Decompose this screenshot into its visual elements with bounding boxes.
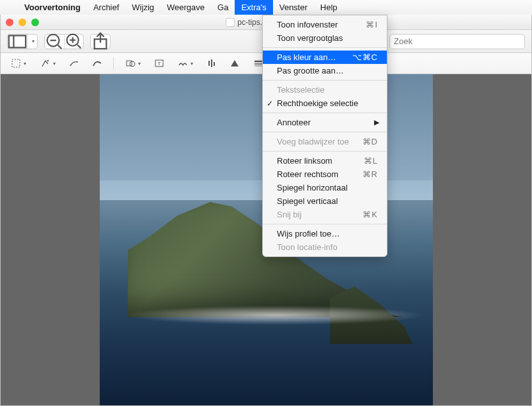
menu-item: Voeg bladwijzer toe⌘D — [263, 135, 387, 148]
close-icon[interactable] — [6, 19, 13, 26]
minimize-icon[interactable] — [19, 19, 26, 26]
menu-ga[interactable]: Ga — [211, 0, 235, 15]
menu-shortcut: ⌥⌘C — [352, 52, 378, 62]
menu-item-label: Tekstselectie — [277, 85, 324, 95]
svg-rect-17 — [208, 61, 210, 66]
menu-item: Toon locatie-info — [263, 240, 387, 254]
menu-item-label: Spiegel horizontaal — [277, 183, 348, 192]
menu-help[interactable]: Help — [314, 0, 344, 15]
menu-separator — [263, 151, 387, 152]
menu-shortcut: ⌘K — [363, 210, 378, 219]
adjust-size-tool[interactable] — [225, 56, 244, 71]
system-menubar: Voorvertoning Archief Wijzig Weergave Ga… — [0, 0, 532, 15]
menu-separator — [263, 113, 387, 113]
menu-item-label: Toon locatie-info — [277, 242, 338, 252]
menu-item[interactable]: Annoteer▶ — [263, 116, 387, 129]
shapes-tool[interactable]: ▾ — [120, 56, 146, 71]
selection-tool[interactable]: ▾ — [6, 56, 31, 71]
menu-separator — [263, 80, 387, 81]
menu-item[interactable]: Spiegel verticaal — [263, 194, 387, 208]
menu-item-label: Pas grootte aan… — [277, 66, 344, 75]
svg-point-12 — [47, 60, 49, 61]
menu-item[interactable]: Roteer linksom⌘L — [263, 154, 387, 168]
extras-dropdown: Toon infovenster⌘IToon vergrootglasPas k… — [262, 15, 387, 257]
instant-alpha-tool[interactable]: ▾ — [35, 56, 61, 71]
app-name[interactable]: Voorvertoning — [18, 3, 87, 12]
svg-rect-18 — [211, 59, 212, 67]
svg-rect-11 — [12, 59, 20, 67]
menu-item-label: Roteer rechtsom — [277, 169, 338, 179]
menu-item[interactable]: Wijs profiel toe… — [263, 227, 387, 240]
menu-item-label: Snij bij — [277, 210, 301, 219]
menu-item-label: Annoteer — [277, 118, 311, 127]
menu-item-label: Rechthoekige selectie — [277, 98, 358, 108]
menu-item-label: Pas kleur aan… — [277, 52, 336, 62]
menu-item[interactable]: Spiegel horizontaal — [263, 181, 387, 194]
menu-item[interactable]: Toon vergrootglas — [263, 31, 387, 45]
menu-weergave[interactable]: Weergave — [160, 0, 211, 15]
menu-item-label: Roteer linksom — [277, 156, 332, 166]
sidebar-view-icon[interactable] — [8, 35, 27, 49]
text-tool[interactable]: T — [150, 56, 169, 71]
draw-tool[interactable] — [88, 56, 107, 71]
menu-separator — [263, 224, 387, 224]
menu-item[interactable]: Pas grootte aan… — [263, 64, 387, 77]
menu-separator — [263, 132, 387, 132]
menu-item[interactable]: Roteer rechtsom⌘R — [263, 168, 387, 181]
sketch-tool[interactable] — [65, 56, 84, 71]
menu-item-label: Spiegel verticaal — [277, 196, 338, 206]
menu-shortcut: ⌘I — [366, 20, 378, 29]
menu-wijzig[interactable]: Wijzig — [125, 0, 160, 15]
document-icon — [226, 18, 235, 27]
svg-text:T: T — [158, 61, 161, 66]
menu-item-label: Toon vergrootglas — [277, 33, 343, 43]
zoom-out-button[interactable] — [45, 35, 64, 49]
view-mode-button[interactable]: ▾ — [7, 34, 38, 49]
svg-marker-20 — [231, 60, 239, 66]
zoom-icon[interactable] — [31, 19, 39, 26]
menu-item[interactable]: Rechthoekige selectie✓ — [263, 97, 387, 110]
submenu-arrow-icon: ▶ — [374, 118, 379, 127]
search-input[interactable] — [389, 34, 525, 49]
menu-item: Tekstselectie — [263, 83, 387, 97]
svg-point-14 — [130, 61, 135, 66]
chevron-down-icon[interactable]: ▾ — [27, 35, 37, 49]
menu-item[interactable]: Pas kleur aan…⌥⌘C — [263, 51, 387, 64]
share-button[interactable] — [91, 35, 110, 49]
checkmark-icon: ✓ — [267, 99, 273, 108]
zoom-in-button[interactable] — [64, 35, 83, 49]
menu-venster[interactable]: Venster — [273, 0, 314, 15]
menu-shortcut: ⌘R — [363, 169, 378, 179]
menu-separator — [263, 47, 387, 48]
menu-item[interactable]: Toon infovenster⌘I — [263, 18, 387, 31]
menu-item-label: Toon infovenster — [277, 20, 338, 29]
menu-shortcut: ⌘L — [364, 156, 378, 166]
svg-line-3 — [58, 45, 62, 49]
menu-item-label: Voeg bladwijzer toe — [277, 137, 349, 146]
menu-shortcut: ⌘D — [363, 137, 378, 146]
sign-tool[interactable]: ▾ — [173, 56, 198, 71]
menu-archief[interactable]: Archief — [87, 0, 125, 15]
menu-extras[interactable]: Extra's — [235, 0, 272, 15]
svg-line-6 — [77, 45, 81, 48]
adjust-color-tool[interactable] — [202, 56, 221, 71]
svg-rect-0 — [9, 35, 26, 47]
svg-rect-19 — [214, 62, 215, 66]
menu-item: Snij bij⌘K — [263, 208, 387, 221]
menu-item-label: Wijs profiel toe… — [277, 229, 340, 238]
